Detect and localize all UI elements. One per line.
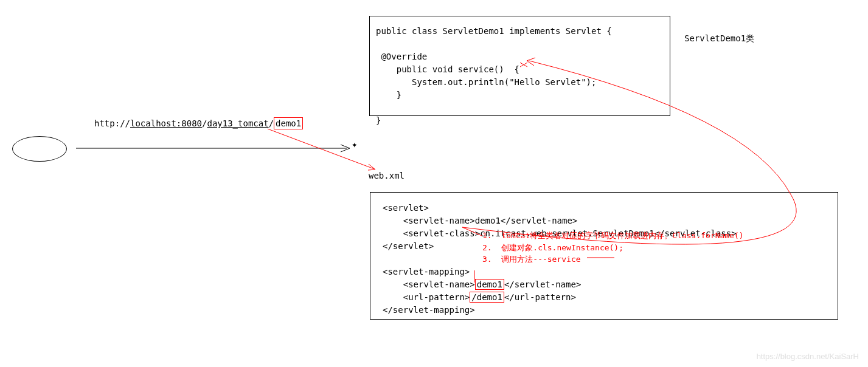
url-prefix: http://	[94, 118, 130, 128]
code-line: }	[376, 90, 401, 100]
xml-line: </servlet-mapping>	[383, 305, 475, 315]
code-line: public class ServletDemo1 implements Ser…	[376, 26, 612, 36]
crosshair-icon: ✦	[352, 139, 358, 150]
url-path-highlight: demo1	[274, 117, 303, 129]
code-line: @Override	[376, 52, 427, 61]
request-arrow	[76, 148, 350, 149]
xml-line: <servlet>	[383, 203, 429, 213]
xml-line-prefix: <url-pattern>	[383, 292, 470, 302]
code-line: }	[376, 115, 381, 125]
servlet-code-box: public class ServletDemo1 implements Ser…	[369, 16, 670, 116]
xml-line-prefix: <servlet-name>	[383, 280, 475, 289]
url-context: day13_tomcat	[207, 118, 268, 128]
xml-line-suffix: </servlet-name>	[504, 280, 581, 289]
xml-line: <servlet-mapping>	[383, 267, 470, 276]
xml-line-suffix: </url-pattern>	[504, 292, 576, 302]
red-line: 1. tomcat将全类名对应的字节码文件加载进内存。Class.forName…	[482, 231, 744, 240]
webxml-label: web.xml	[369, 171, 404, 180]
url-label: http://localhost:8080/day13_tomcat/demo1	[94, 118, 303, 128]
red-line: 2. 创建对象.cls.newInstance();	[482, 243, 623, 252]
red-line: 3. 调用方法---service	[482, 255, 581, 264]
client-ellipse	[12, 136, 67, 162]
xml-line: <servlet-name>demo1</servlet-name>	[383, 216, 577, 225]
xml-servlet-name: demo1	[475, 279, 504, 290]
code-line: public void service() {	[376, 64, 519, 74]
class-type-label: ServletDemo1类	[684, 33, 754, 44]
url-sep2: /	[269, 118, 274, 128]
url-host: localhost:8080	[130, 118, 202, 128]
xml-line-prefix: <servlet-class>	[383, 228, 480, 238]
xml-line: </servlet>	[383, 241, 434, 251]
code-line: System.out.println("Hello Servlet");	[376, 77, 596, 87]
watermark-text: https://blog.csdn.net/KaiSarH	[757, 352, 859, 361]
red-annotation-block: 1. tomcat将全类名对应的字节码文件加载进内存。Class.forName…	[482, 230, 744, 266]
xml-url-pattern: /demo1	[470, 292, 504, 303]
